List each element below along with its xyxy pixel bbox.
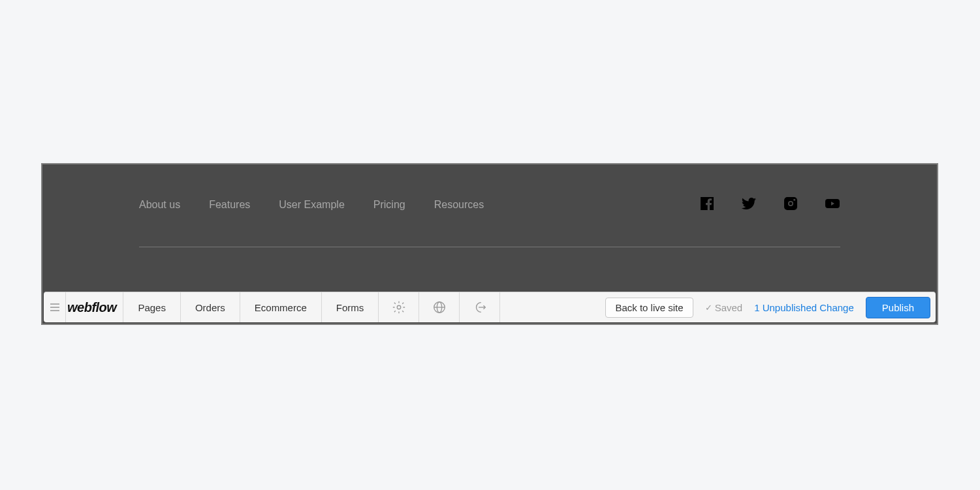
footer-link-about[interactable]: About us [139, 199, 180, 211]
menu-icon[interactable] [44, 292, 66, 322]
saved-status: Saved [705, 302, 743, 313]
tab-forms[interactable]: Forms [322, 292, 379, 322]
twitter-icon[interactable] [741, 196, 757, 214]
footer-row: About us Features User Example Pricing R… [139, 196, 840, 247]
footer-link-resources[interactable]: Resources [434, 199, 484, 211]
tab-orders[interactable]: Orders [181, 292, 240, 322]
back-to-live-button[interactable]: Back to live site [605, 298, 693, 318]
svg-point-8 [397, 305, 401, 309]
footer-link-user-example[interactable]: User Example [279, 199, 344, 211]
webflow-logo: webflow [66, 292, 123, 322]
site-footer: About us Features User Example Pricing R… [42, 164, 937, 293]
editor-bar-left: webflow Pages Orders Ecommerce Forms [44, 292, 500, 322]
tab-ecommerce[interactable]: Ecommerce [240, 292, 322, 322]
gear-icon[interactable] [379, 292, 419, 322]
unpublished-changes-link[interactable]: 1 Unpublished Change [754, 302, 854, 313]
globe-icon[interactable] [419, 292, 460, 322]
youtube-icon[interactable] [825, 196, 840, 214]
app-frame: About us Features User Example Pricing R… [41, 163, 938, 325]
logout-icon[interactable] [460, 292, 500, 322]
webflow-logo-text: webflow [67, 300, 116, 315]
publish-button[interactable]: Publish [866, 297, 930, 318]
tab-pages[interactable]: Pages [123, 292, 181, 322]
footer-nav: About us Features User Example Pricing R… [139, 199, 484, 211]
social-links [699, 196, 840, 214]
footer-link-pricing[interactable]: Pricing [373, 199, 405, 211]
svg-point-3 [793, 199, 795, 201]
footer-link-features[interactable]: Features [209, 199, 250, 211]
editor-bar-right: Back to live site Saved 1 Unpublished Ch… [600, 292, 936, 322]
editor-bar: webflow Pages Orders Ecommerce Forms Bac… [44, 292, 936, 322]
svg-point-2 [789, 202, 793, 206]
facebook-icon[interactable] [699, 196, 715, 214]
instagram-icon[interactable] [783, 196, 798, 214]
